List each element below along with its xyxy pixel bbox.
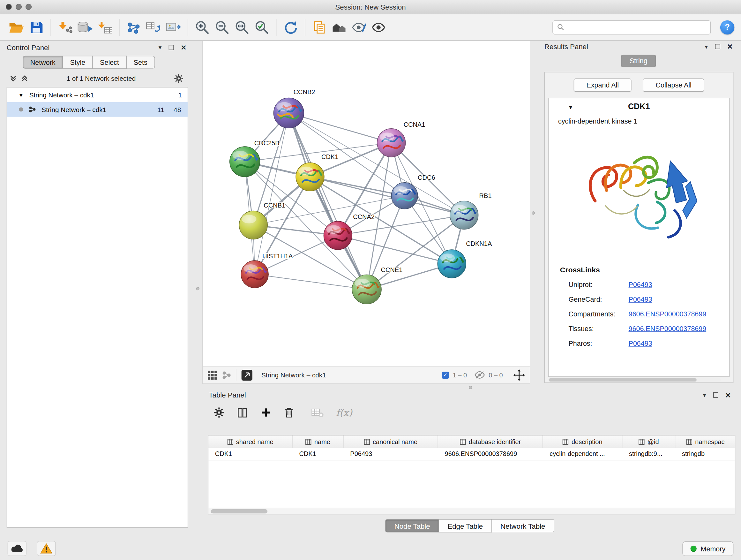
network-row-selected[interactable]: String Network – cdk1 11 48	[7, 102, 188, 117]
zoom-in-button[interactable]	[192, 17, 212, 38]
network-node-rb1[interactable]: RB1	[450, 192, 492, 229]
results-panel-maximize-icon[interactable]	[715, 44, 720, 49]
duplicate-document-button[interactable]	[310, 17, 329, 38]
network-node-ccnb2[interactable]: CCNB2	[273, 88, 315, 128]
tab-network[interactable]: Network	[23, 56, 63, 69]
table-panel-float-icon[interactable]: ▾	[703, 392, 706, 398]
network-view-share-icon[interactable]	[222, 370, 231, 379]
gene-card-header[interactable]: ▼ CDK1	[549, 98, 729, 115]
collapse-all-icon[interactable]	[10, 75, 17, 82]
window-zoom-button[interactable]	[25, 4, 31, 10]
memory-button[interactable]: Memory	[682, 542, 733, 556]
tab-style[interactable]: Style	[63, 56, 93, 69]
network-node-cdkn1a[interactable]: CDKN1A	[437, 240, 492, 278]
column-header-namespac[interactable]: namespac	[675, 435, 735, 448]
network-collection-label: String Network – cdk1	[29, 91, 94, 99]
network-edge[interactable]	[289, 113, 367, 289]
import-network-database-button[interactable]	[75, 17, 95, 38]
right-splitter-handle[interactable]	[532, 211, 535, 214]
network-node-ccne1[interactable]: CCNE1	[352, 266, 402, 304]
help-button[interactable]: ?	[720, 20, 734, 34]
gene-card-expander-icon[interactable]: ▼	[568, 104, 574, 111]
results-panel-close-icon[interactable]: ×	[727, 42, 732, 51]
table-horizontal-scrollbar[interactable]	[208, 508, 735, 514]
detach-view-icon[interactable]	[241, 369, 253, 381]
refresh-layout-button[interactable]	[281, 17, 300, 38]
save-session-button[interactable]	[26, 17, 46, 38]
control-panel-close-icon[interactable]: ×	[181, 43, 186, 52]
network-edge[interactable]	[255, 113, 289, 274]
results-panel-float-icon[interactable]: ▾	[705, 44, 708, 50]
expand-all-button[interactable]: Expand All	[574, 78, 631, 91]
show-annotations-button[interactable]	[369, 17, 389, 38]
expand-all-icon[interactable]	[21, 75, 28, 82]
import-network-file-button[interactable]	[55, 17, 75, 38]
import-table-button[interactable]	[95, 17, 115, 38]
network-node-hist1h1a[interactable]: HIST1H1A	[241, 253, 293, 288]
zoom-selected-button[interactable]	[252, 17, 272, 38]
crosslink-link[interactable]: 9606.ENSP00000378699	[629, 310, 706, 318]
expander-icon[interactable]: ▼	[18, 92, 23, 98]
table-panel-maximize-icon[interactable]	[713, 392, 718, 397]
selected-checkbox-icon[interactable]: ✓	[442, 371, 449, 378]
network-node-cdk1[interactable]: CDK1	[296, 153, 338, 191]
toolbar-separator	[276, 18, 276, 36]
tab-network-table[interactable]: Network Table	[492, 519, 554, 532]
add-column-icon[interactable]	[260, 407, 271, 418]
column-header-description[interactable]: description	[543, 435, 623, 448]
network-node-ccna1[interactable]: CCNA1	[377, 121, 425, 157]
string-network-graph[interactable]: CCNB2CCNA1CDC25BCDK1CDC6RB1CCNB1CCNA2CDK…	[203, 41, 530, 366]
network-edge[interactable]	[255, 274, 367, 289]
zoom-fit-button[interactable]	[232, 17, 252, 38]
window-close-button[interactable]	[6, 4, 12, 10]
tab-string[interactable]: String	[621, 55, 656, 67]
column-header--id[interactable]: @id	[622, 435, 675, 448]
column-header-name[interactable]: name	[293, 435, 344, 448]
gene-description: cyclin-dependent kinase 1	[549, 115, 729, 125]
birds-eye-view-button[interactable]	[329, 17, 349, 38]
network-canvas[interactable]: CCNB2CCNA1CDC25BCDK1CDC6RB1CCNB1CCNA2CDK…	[203, 41, 530, 366]
search-input[interactable]	[567, 23, 706, 31]
new-network-from-table-button[interactable]	[144, 17, 163, 38]
fit-content-crosshair-icon[interactable]	[513, 369, 525, 381]
collapse-all-button[interactable]: Collapse All	[643, 78, 704, 91]
crosslink-link[interactable]: P06493	[629, 281, 652, 288]
tab-edge-table[interactable]: Edge Table	[439, 519, 492, 532]
control-panel-tabs: NetworkStyleSelectSets	[23, 56, 155, 69]
crosslink-link[interactable]: P06493	[629, 295, 652, 303]
results-horizontal-scrollbar[interactable]	[549, 378, 721, 381]
window-minimize-button[interactable]	[16, 4, 22, 10]
tab-node-table[interactable]: Node Table	[386, 519, 439, 532]
show-columns-icon[interactable]	[237, 407, 248, 418]
zoom-out-button[interactable]	[212, 17, 232, 38]
tab-sets[interactable]: Sets	[127, 56, 155, 69]
warnings-button[interactable]	[37, 541, 56, 556]
control-panel-maximize-icon[interactable]	[169, 45, 174, 50]
crosslink-link[interactable]: 9606.ENSP00000378699	[629, 325, 706, 332]
hidden-eye-slash-icon[interactable]	[475, 371, 485, 379]
crosslink-link[interactable]: P06493	[629, 339, 652, 347]
scrollbar-thumb[interactable]	[211, 509, 267, 513]
bottom-splitter-handle[interactable]	[469, 386, 472, 389]
table-gear-icon[interactable]	[213, 407, 224, 418]
table-panel-close-icon[interactable]: ×	[725, 390, 731, 399]
cloud-status-button[interactable]	[8, 541, 26, 556]
new-network-button[interactable]	[124, 17, 144, 38]
tab-select[interactable]: Select	[93, 56, 127, 69]
control-panel-float-icon[interactable]: ▾	[158, 44, 162, 50]
open-session-button[interactable]	[7, 17, 26, 38]
column-header-database-identifier[interactable]: database identifier	[438, 435, 543, 448]
delete-column-trash-icon[interactable]	[284, 407, 294, 419]
gear-icon[interactable]	[174, 74, 184, 83]
column-header-canonical-name[interactable]: canonical name	[344, 435, 438, 448]
hide-annotations-button[interactable]	[349, 17, 369, 38]
results-panel-title: Results Panel	[544, 43, 588, 51]
table-row[interactable]: CDK1CDK1P064939606.ENSP00000378699cyclin…	[208, 448, 735, 461]
network-edge[interactable]	[289, 113, 391, 143]
search-box[interactable]	[552, 20, 711, 34]
network-collection-row[interactable]: ▼ String Network – cdk1 1	[7, 87, 188, 102]
export-image-button[interactable]	[163, 17, 183, 38]
left-splitter-handle[interactable]	[196, 287, 199, 290]
column-header-shared-name[interactable]: shared name	[208, 435, 293, 448]
grid-view-icon[interactable]	[207, 370, 217, 380]
